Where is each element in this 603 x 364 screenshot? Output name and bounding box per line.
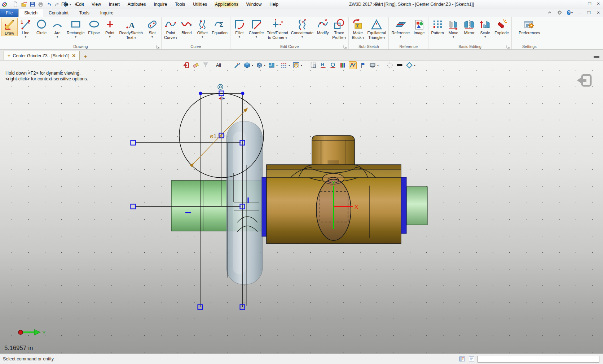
- close-button[interactable]: ✕: [596, 1, 601, 6]
- command-input[interactable]: [477, 356, 599, 363]
- point-curve-button[interactable]: Point Curve▾: [163, 18, 179, 40]
- chevron-down-icon[interactable]: ▾: [289, 64, 290, 67]
- menu-attributes[interactable]: Attributes: [127, 1, 147, 8]
- equation-button[interactable]: Σ Equation: [210, 18, 229, 35]
- sketch-point[interactable]: [241, 92, 245, 95]
- chevron-down-icon[interactable]: ▾: [109, 35, 111, 39]
- chevron-down-icon[interactable]: ▾: [264, 64, 265, 67]
- draw-button[interactable]: Draw: [1, 18, 18, 36]
- chevron-down-icon[interactable]: ▾: [302, 35, 303, 39]
- flag-icon[interactable]: [359, 62, 366, 69]
- filter-scope-dropdown[interactable]: All: [216, 63, 221, 68]
- fillet-button[interactable]: Fillet ▾: [232, 18, 247, 39]
- chevron-down-icon[interactable]: ▾: [151, 35, 153, 39]
- circle-button[interactable]: Circle: [34, 18, 49, 35]
- black-bar-icon[interactable]: [396, 62, 403, 69]
- readysketch-text-button[interactable]: A ReadySketch Text▾: [118, 18, 144, 40]
- image-button[interactable]: Image: [411, 18, 427, 35]
- collapse-ribbon-icon[interactable]: [547, 10, 553, 15]
- restore-button[interactable]: ❐: [587, 1, 592, 6]
- chevron-down-icon[interactable]: ▾: [377, 64, 379, 67]
- diamond-nav-icon[interactable]: [406, 62, 413, 69]
- curve-trace-icon[interactable]: [349, 61, 357, 69]
- print-button[interactable]: [38, 1, 44, 8]
- tab-close-icon[interactable]: ✕: [72, 53, 76, 58]
- reference-button[interactable]: REF Reference ▾: [390, 18, 411, 39]
- line-button[interactable]: 12 Line ▾: [18, 18, 34, 39]
- radial-dimension-icon[interactable]: [329, 62, 336, 69]
- new-tab-button[interactable]: +: [84, 54, 87, 59]
- doc-restore-button[interactable]: ❐: [586, 10, 591, 15]
- menu-help[interactable]: Help: [269, 1, 279, 8]
- chevron-down-icon[interactable]: ▾: [57, 35, 58, 39]
- color-bars-icon[interactable]: [339, 62, 346, 69]
- explode-button[interactable]: Explode: [493, 18, 510, 35]
- frame-icon[interactable]: [310, 62, 317, 69]
- chevron-down-icon[interactable]: ▾: [135, 36, 136, 40]
- filter-icon[interactable]: [202, 62, 209, 69]
- pattern-button[interactable]: Pattern: [430, 18, 445, 35]
- chevron-down-icon[interactable]: ▾: [301, 64, 302, 67]
- tab-constraint[interactable]: Constraint: [43, 9, 74, 17]
- doc-minimize-button[interactable]: —: [577, 10, 582, 15]
- offset-button[interactable]: Offset ▾: [194, 18, 210, 39]
- chevron-down-icon[interactable]: ▾: [239, 35, 240, 39]
- chevron-down-icon[interactable]: ▾: [252, 64, 253, 67]
- minimize-button[interactable]: —: [578, 1, 584, 6]
- equilateral-triangle-button[interactable]: Equilateral Triangle▾: [366, 18, 387, 40]
- linear-dimension-icon[interactable]: H: [320, 62, 327, 69]
- model-grinding-wheel[interactable]: [226, 121, 263, 306]
- doc-close-button[interactable]: ✕: [596, 10, 601, 15]
- grid-icon[interactable]: [280, 62, 287, 69]
- exit-sketch-watermark-icon[interactable]: [576, 74, 592, 87]
- tab-sketch[interactable]: Sketch: [18, 9, 43, 17]
- menu-window[interactable]: Window: [246, 1, 263, 8]
- menu-utilities[interactable]: Utilities: [192, 1, 208, 8]
- eraser-icon[interactable]: [192, 62, 199, 69]
- sketch-plane-icon[interactable]: XY: [234, 62, 241, 69]
- menu-applications[interactable]: Applications: [214, 1, 239, 8]
- circle-reference-icon[interactable]: [292, 62, 300, 69]
- analyze-view-icon[interactable]: [256, 62, 263, 69]
- concatenate-button[interactable]: Concatenate ▾: [290, 18, 315, 39]
- chevron-down-icon[interactable]: ▾: [571, 11, 573, 14]
- shaded-view-icon[interactable]: [243, 62, 251, 69]
- tab-tools[interactable]: Tools: [74, 9, 95, 17]
- command-log-icon[interactable]: [468, 356, 475, 362]
- menu-view[interactable]: View: [91, 1, 102, 8]
- preferences-button[interactable]: Preferences: [517, 18, 541, 35]
- group-expander-icon[interactable]: [156, 45, 160, 49]
- dotted-circle-icon[interactable]: [386, 62, 393, 69]
- chevron-down-icon[interactable]: ▾: [25, 35, 26, 39]
- gear-icon[interactable]: [557, 10, 563, 15]
- chevron-down-icon[interactable]: ▾: [362, 36, 364, 40]
- redo-button[interactable]: [54, 1, 60, 8]
- chevron-down-icon[interactable]: ▾: [276, 64, 278, 67]
- open-file-button[interactable]: [21, 1, 27, 8]
- make-block-button[interactable]: Make Block▾: [350, 18, 366, 40]
- chevron-down-icon[interactable]: ▾: [202, 35, 203, 39]
- group-expander-icon[interactable]: [506, 45, 510, 49]
- menu-inquire[interactable]: Inquire: [153, 1, 168, 8]
- chevron-down-icon[interactable]: ▾: [453, 35, 454, 39]
- move-button[interactable]: Move ▾: [445, 18, 461, 39]
- exit-sketch-icon[interactable]: [182, 62, 190, 69]
- modify-button[interactable]: Modify: [315, 18, 331, 35]
- chevron-down-icon[interactable]: ▾: [484, 35, 486, 39]
- chamfer-button[interactable]: Chamfer ▾: [247, 18, 265, 39]
- menu-edit[interactable]: Edit: [75, 1, 84, 8]
- ellipse-button[interactable]: Ellipse: [86, 18, 102, 35]
- rectangle-button[interactable]: Rectangle ▾: [65, 18, 86, 39]
- undo-button[interactable]: [46, 1, 52, 8]
- slot-button[interactable]: Slot ▾: [144, 18, 160, 39]
- chevron-down-icon[interactable]: ▾: [344, 36, 346, 40]
- trim-extend-button[interactable]: Trim/Extend to Corner▾: [265, 18, 290, 40]
- mirror-button[interactable]: Mirror: [461, 18, 477, 35]
- tab-list-icon[interactable]: [594, 56, 599, 58]
- scale-button[interactable]: Scale ▾: [477, 18, 493, 39]
- tab-file[interactable]: File: [0, 9, 18, 17]
- trace-profile-button[interactable]: Trace Profile▾: [331, 18, 347, 40]
- chevron-down-icon[interactable]: ▾: [400, 35, 401, 39]
- save-button[interactable]: [30, 1, 35, 8]
- sketch-viewport[interactable]: X Y ⌀1.50: [0, 60, 603, 354]
